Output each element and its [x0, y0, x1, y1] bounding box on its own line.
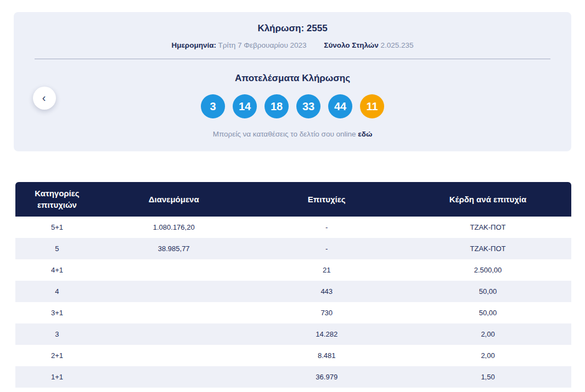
- cell-distributed: 1.080.176,20: [99, 217, 249, 238]
- total-columns: Σύνολο Στηλών 2.025.235: [324, 41, 413, 49]
- results-title: Αποτελέσματα Κλήρωσης: [14, 73, 571, 84]
- table-row: 1+1 36.979 1,50: [15, 366, 571, 388]
- cell-distributed: [99, 366, 249, 388]
- cell-winners: 443: [249, 281, 404, 302]
- header-prize-per-winner: Κέρδη ανά επιτυχία: [404, 182, 571, 217]
- table-row: 3+1 730 50,00: [15, 302, 571, 323]
- table-row: 4+1 21 2.500,00: [15, 259, 571, 281]
- joker-number-ball: 11: [360, 94, 384, 118]
- lottery-number-ball: 3: [201, 94, 225, 118]
- draw-results-card: Κλήρωση: 2555 Ημερομηνία: Τρίτη 7 Φεβρου…: [14, 12, 571, 151]
- cell-prize: 1,50: [404, 366, 571, 388]
- table-row: 2+1 8.481 2,00: [15, 345, 571, 366]
- draw-meta: Ημερομηνία: Τρίτη 7 Φεβρουαρίου 2023 Σύν…: [14, 41, 571, 49]
- draw-date: Ημερομηνία: Τρίτη 7 Φεβρουαρίου 2023: [171, 41, 308, 49]
- total-columns-value: 2.025.235: [381, 41, 414, 49]
- previous-draw-button[interactable]: ‹: [33, 87, 56, 110]
- chevron-left-icon: ‹: [42, 92, 46, 103]
- cell-prize: 50,00: [404, 281, 571, 302]
- cell-winners: 21: [249, 259, 404, 281]
- lottery-number-ball: 44: [328, 94, 352, 118]
- cell-winners: -: [249, 217, 404, 238]
- prize-table-wrap: Κατηγορίες επιτυχιών Διανεμόμενα Επιτυχί…: [15, 182, 571, 388]
- date-value: Τρίτη 7 Φεβρουαρίου 2023: [218, 41, 306, 49]
- divider: [35, 59, 550, 59]
- cell-winners: 36.979: [249, 366, 404, 388]
- cta-text-line: Μπορείς να καταθέσεις το δελτίο σου onli…: [14, 130, 571, 138]
- cell-category: 4: [15, 281, 99, 302]
- cell-category: 3+1: [15, 302, 99, 323]
- cell-category: 4+1: [15, 259, 99, 281]
- cell-prize: 50,00: [404, 302, 571, 323]
- cell-distributed: [99, 281, 249, 302]
- header-distributed: Διανεμόμενα: [99, 182, 249, 217]
- cell-distributed: [99, 323, 249, 345]
- cell-winners: 14.282: [249, 323, 404, 345]
- lottery-number-ball: 18: [265, 94, 289, 118]
- cell-winners: 730: [249, 302, 404, 323]
- cell-winners: -: [249, 238, 404, 259]
- cell-category: 5+1: [15, 217, 99, 238]
- winning-numbers: 3 14 18 33 44 11: [14, 94, 571, 118]
- cell-winners: 8.481: [249, 345, 404, 366]
- header-winners: Επιτυχίες: [249, 182, 404, 217]
- cell-category: 3: [15, 323, 99, 345]
- table-row: 5 38.985,77 - ΤΖΑΚ-ΠΟΤ: [15, 238, 571, 259]
- cta-link[interactable]: εδώ: [358, 130, 372, 138]
- total-columns-label: Σύνολο Στηλών: [324, 41, 378, 49]
- draw-title: Κλήρωση: 2555: [14, 23, 571, 34]
- cell-prize: ΤΖΑΚ-ΠΟΤ: [404, 217, 571, 238]
- date-label: Ημερομηνία:: [171, 41, 216, 49]
- table-row: 3 14.282 2,00: [15, 323, 571, 345]
- cell-prize: 2.500,00: [404, 259, 571, 281]
- cell-distributed: 38.985,77: [99, 238, 249, 259]
- lottery-number-ball: 14: [233, 94, 257, 118]
- cell-category: 1+1: [15, 366, 99, 388]
- cell-category: 5: [15, 238, 99, 259]
- cell-prize: 2,00: [404, 345, 571, 366]
- header-categories: Κατηγορίες επιτυχιών: [15, 182, 99, 217]
- cell-category: 2+1: [15, 345, 99, 366]
- table-header-row: Κατηγορίες επιτυχιών Διανεμόμενα Επιτυχί…: [15, 182, 571, 217]
- cell-distributed: [99, 302, 249, 323]
- table-row: 5+1 1.080.176,20 - ΤΖΑΚ-ΠΟΤ: [15, 217, 571, 238]
- table-row: 4 443 50,00: [15, 281, 571, 302]
- cell-distributed: [99, 345, 249, 366]
- lottery-number-ball: 33: [296, 94, 320, 118]
- cta-text: Μπορείς να καταθέσεις το δελτίο σου onli…: [213, 130, 356, 138]
- prize-table: Κατηγορίες επιτυχιών Διανεμόμενα Επιτυχί…: [15, 182, 571, 388]
- cell-distributed: [99, 259, 249, 281]
- cell-prize: 2,00: [404, 323, 571, 345]
- cell-prize: ΤΖΑΚ-ΠΟΤ: [404, 238, 571, 259]
